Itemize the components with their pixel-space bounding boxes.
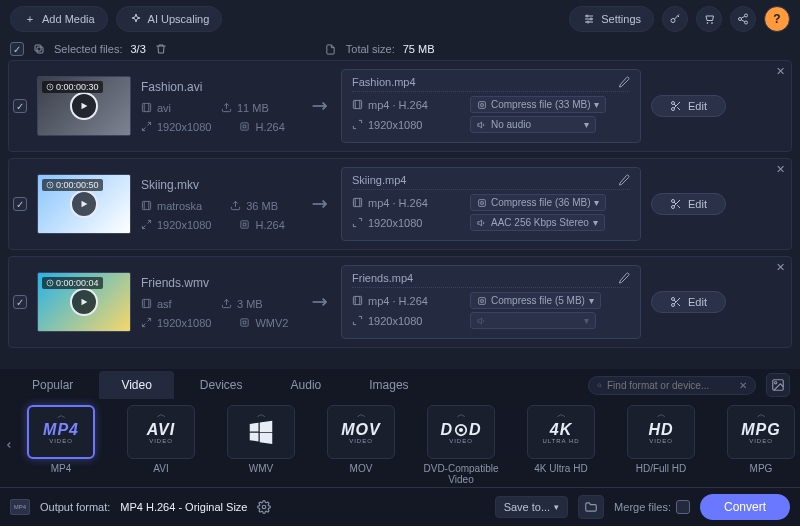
duration-value: 0:00:00:50 (56, 180, 99, 190)
file-row-checkbox[interactable] (13, 197, 27, 211)
merge-files-checkbox[interactable] (676, 500, 690, 514)
speaker-icon (477, 218, 487, 228)
play-icon (79, 297, 89, 307)
format-label: HD/Full HD (636, 463, 687, 474)
format-item-wmv[interactable]: ︿ WMV (220, 405, 302, 485)
audio-dropdown[interactable]: ▾ (470, 312, 596, 329)
thumbnail-wrap: 0:00:00:04 (37, 272, 131, 332)
key-button[interactable] (662, 6, 688, 32)
format-item-mpg[interactable]: ︿ MPGVIDEO MPG (720, 405, 800, 485)
merge-files-label: Merge files: (614, 501, 671, 513)
format-card: ︿ MP4VIDEO (27, 405, 95, 459)
formats-row: ︿ MP4VIDEO MP4 ︿ AVIVIDEO AVI ︿ WMV ︿ MO… (0, 399, 800, 487)
play-button[interactable] (70, 190, 98, 218)
settings-button[interactable]: Settings (569, 6, 654, 32)
convert-arrow-icon (311, 197, 331, 211)
ai-upscaling-button[interactable]: AI Upscaling (116, 6, 223, 32)
compress-dropdown[interactable]: Compress file (5 MB) ▾ (470, 292, 601, 309)
format-item-4k-ultra-hd[interactable]: ︿ 4KULTRA HD 4K Ultra HD (520, 405, 602, 485)
svg-rect-13 (35, 45, 41, 51)
rename-button[interactable] (618, 272, 630, 284)
chevron-up-icon: ︿ (57, 409, 66, 422)
convert-button[interactable]: Convert (700, 494, 790, 520)
remove-file-button[interactable]: ✕ (776, 65, 785, 78)
format-label: AVI (153, 463, 168, 474)
expand-icon (141, 219, 152, 230)
pencil-icon (618, 174, 630, 186)
file-row-checkbox[interactable] (13, 99, 27, 113)
play-icon (79, 199, 89, 209)
format-item-avi[interactable]: ︿ AVIVIDEO AVI (120, 405, 202, 485)
output-format-label: Output format: (40, 501, 110, 513)
edit-button[interactable]: Edit (651, 193, 726, 215)
remove-file-button[interactable]: ✕ (776, 163, 785, 176)
svg-rect-47 (479, 199, 486, 206)
file-row-checkbox[interactable] (13, 295, 27, 309)
save-to-dropdown[interactable]: Save to... ▾ (495, 496, 568, 518)
source-size: 3 MB (221, 298, 273, 310)
format-main-text: AVI (147, 421, 175, 439)
cart-button[interactable] (696, 6, 722, 32)
tab-popular[interactable]: Popular (10, 371, 95, 399)
format-search-input[interactable] (607, 380, 734, 391)
svg-line-52 (677, 205, 680, 208)
format-search[interactable]: ✕ (588, 376, 756, 395)
share-button[interactable] (730, 6, 756, 32)
audio-dropdown[interactable]: No audio ▾ (470, 116, 596, 133)
chevron-left-icon (4, 438, 14, 452)
output-format-settings-button[interactable] (257, 500, 271, 514)
format-item-mp4[interactable]: ︿ MP4VIDEO MP4 (20, 405, 102, 485)
svg-point-69 (672, 298, 675, 301)
compress-dropdown[interactable]: Compress file (36 MB) ▾ (470, 194, 606, 211)
disk-icon (221, 102, 232, 113)
format-main-text: MPG (741, 421, 780, 439)
edit-button[interactable]: Edit (651, 95, 726, 117)
add-media-button[interactable]: + Add Media (10, 6, 108, 32)
remove-file-button[interactable]: ✕ (776, 261, 785, 274)
rename-button[interactable] (618, 76, 630, 88)
rename-button[interactable] (618, 174, 630, 186)
thumbnail[interactable]: 0:00:00:04 (37, 272, 131, 332)
merge-files-toggle[interactable]: Merge files: (614, 500, 690, 514)
top-toolbar: + Add Media AI Upscaling Settings ? (0, 0, 800, 38)
duration-badge: 0:00:00:50 (42, 179, 103, 191)
thumbnail[interactable]: 0:00:00:30 (37, 76, 131, 136)
output-format-value: MP4 H.264 - Original Size (120, 501, 247, 513)
svg-point-70 (672, 304, 675, 307)
play-button[interactable] (70, 92, 98, 120)
audio-dropdown[interactable]: AAC 256 Kbps Stereo ▾ (470, 214, 605, 231)
tab-devices[interactable]: Devices (178, 371, 265, 399)
help-button[interactable]: ? (764, 6, 790, 32)
film-icon (352, 197, 363, 208)
open-folder-button[interactable] (578, 495, 604, 519)
svg-marker-15 (82, 103, 88, 110)
tab-images[interactable]: Images (347, 371, 430, 399)
formats-prev-button[interactable] (4, 418, 14, 472)
clear-search-icon[interactable]: ✕ (739, 380, 747, 391)
thumbnail[interactable]: 0:00:00:50 (37, 174, 131, 234)
format-item-mov[interactable]: ︿ MOVVIDEO MOV (320, 405, 402, 485)
format-card: ︿ MPGVIDEO (727, 405, 795, 459)
gallery-view-button[interactable] (766, 373, 790, 397)
tab-audio[interactable]: Audio (269, 371, 344, 399)
format-sub-text: VIDEO (49, 438, 73, 444)
svg-rect-12 (37, 47, 43, 53)
edit-button[interactable]: Edit (651, 291, 726, 313)
select-all-checkbox[interactable] (10, 42, 24, 56)
svg-marker-48 (478, 220, 482, 226)
format-label: 4K Ultra HD (534, 463, 587, 474)
scissors-icon (670, 100, 682, 112)
play-button[interactable] (70, 288, 98, 316)
format-item-dvd-compatible-video[interactable]: ︿ DDVIDEO DVD-Compatible Video (420, 405, 502, 485)
share-icon (737, 13, 749, 25)
compress-icon (477, 296, 487, 306)
svg-point-9 (745, 14, 748, 17)
format-item-hd-full-hd[interactable]: ︿ HDVIDEO HD/Full HD (620, 405, 702, 485)
trash-icon[interactable] (154, 42, 168, 56)
tab-video[interactable]: Video (99, 371, 173, 399)
svg-point-78 (460, 428, 462, 430)
svg-marker-35 (82, 201, 88, 208)
compress-dropdown[interactable]: Compress file (33 MB) ▾ (470, 96, 606, 113)
output-panel: Friends.mp4 mp4 · H.264 Compress file (5… (341, 265, 641, 339)
output-format: mp4 · H.264 (352, 99, 464, 111)
